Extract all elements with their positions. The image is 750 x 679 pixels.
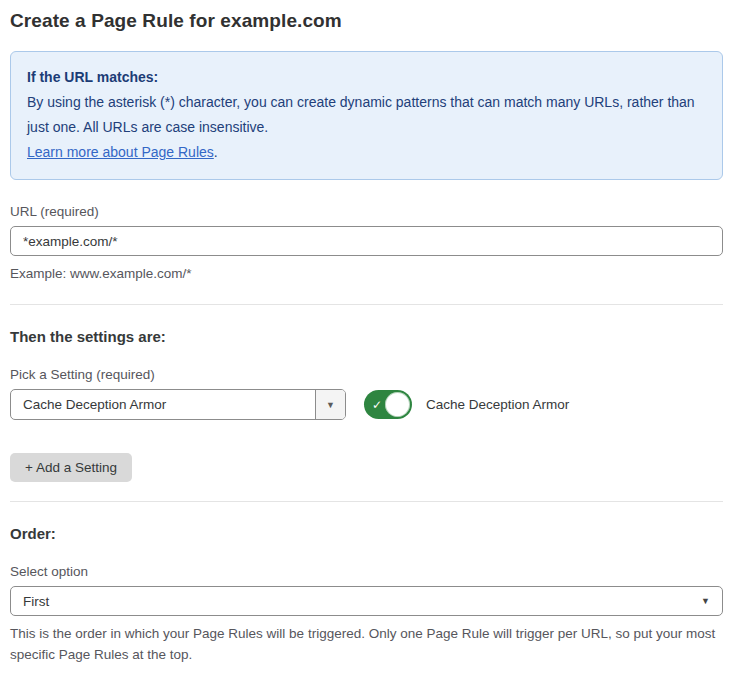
setting-row: Cache Deception Armor ▼ ✓ Cache Deceptio…: [10, 389, 723, 420]
order-select[interactable]: First ▼: [10, 586, 723, 616]
order-select-value: First: [23, 594, 701, 609]
pick-setting-label: Pick a Setting (required): [10, 367, 723, 382]
cache-deception-armor-toggle[interactable]: ✓: [364, 390, 412, 419]
order-help-text: This is the order in which your Page Rul…: [10, 623, 723, 665]
check-icon: ✓: [372, 398, 382, 412]
url-field-label: URL (required): [10, 204, 723, 219]
chevron-down-icon: ▼: [701, 596, 710, 606]
info-box-heading: If the URL matches:: [27, 65, 706, 90]
page-rule-form: Create a Page Rule for example.com If th…: [10, 0, 723, 679]
info-box-body: By using the asterisk (*) character, you…: [27, 90, 706, 140]
url-match-info-box: If the URL matches: By using the asteris…: [10, 51, 723, 180]
add-setting-button[interactable]: + Add a Setting: [10, 453, 132, 482]
page-title: Create a Page Rule for example.com: [10, 0, 723, 32]
url-input[interactable]: [10, 226, 723, 256]
divider: [10, 501, 723, 502]
toggle-label: Cache Deception Armor: [426, 397, 569, 412]
info-box-link-line: Learn more about Page Rules.: [27, 140, 706, 165]
setting-select-arrow-button[interactable]: ▼: [315, 390, 345, 419]
url-field-group: URL (required) Example: www.example.com/…: [10, 204, 723, 284]
toggle-knob: [385, 392, 410, 417]
divider: [10, 304, 723, 305]
learn-more-link[interactable]: Learn more about Page Rules: [27, 144, 214, 160]
link-period: .: [214, 144, 218, 160]
order-section-heading: Order:: [10, 525, 723, 542]
chevron-down-icon: ▼: [326, 400, 335, 410]
setting-select-value: Cache Deception Armor: [11, 390, 315, 419]
setting-select[interactable]: Cache Deception Armor ▼: [10, 389, 346, 420]
url-example-text: Example: www.example.com/*: [10, 263, 723, 284]
order-select-label: Select option: [10, 564, 723, 579]
settings-section-heading: Then the settings are:: [10, 328, 723, 345]
